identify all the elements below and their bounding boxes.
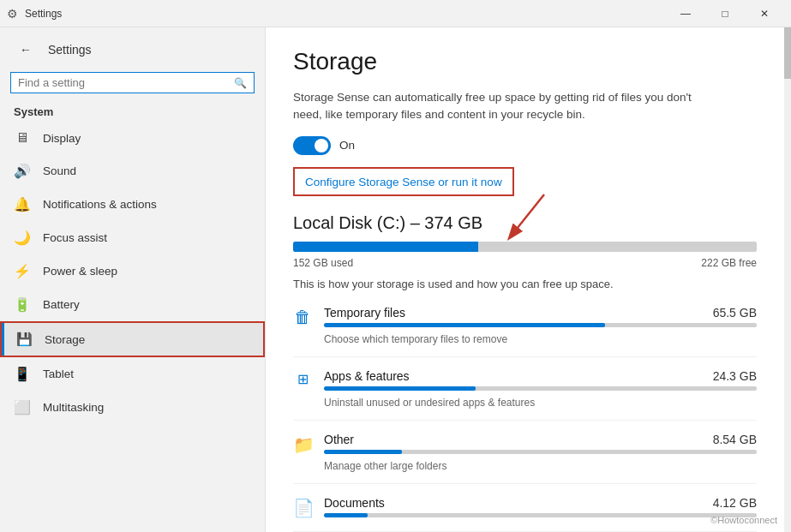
- sidebar-item-display[interactable]: 🖥 Display: [0, 122, 265, 154]
- apps-bar: [324, 386, 757, 391]
- power-icon: ⚡: [14, 263, 31, 279]
- apps-bar-fill: [324, 386, 476, 391]
- watermark: ©Howtoconnect: [710, 515, 777, 525]
- content-area: Storage Storage Sense can automatically …: [266, 27, 784, 532]
- sidebar-item-tablet-label: Tablet: [43, 368, 74, 380]
- multitasking-icon: ⬜: [14, 399, 31, 415]
- sidebar-section-label: System: [0, 100, 265, 122]
- documents-bar: [324, 513, 757, 517]
- sidebar-item-multitasking-label: Multitasking: [43, 401, 104, 414]
- settings-icon: ⚙: [7, 7, 18, 21]
- tablet-icon: 📱: [14, 366, 31, 382]
- storage-item-documents[interactable]: 📄 Documents 4.12 GB: [293, 496, 757, 532]
- sidebar-item-notifications-label: Notifications & actions: [43, 198, 157, 211]
- storage-item-temp[interactable]: 🗑 Temporary files 65.5 GB Choose which t…: [293, 306, 757, 357]
- titlebar-controls: — □ ✕: [666, 0, 784, 27]
- focus-icon: 🌙: [14, 230, 31, 246]
- documents-size: 4.12 GB: [713, 496, 757, 510]
- toggle-label: On: [339, 139, 355, 152]
- disk-bar-used: [293, 242, 478, 252]
- storage-item-apps[interactable]: ⊞ Apps & features 24.3 GB Uninstall unus…: [293, 369, 757, 421]
- titlebar-title: Settings: [25, 8, 62, 20]
- other-bar-fill: [324, 450, 402, 454]
- disk-free-label: 222 GB free: [701, 257, 757, 269]
- minimize-button[interactable]: —: [666, 0, 705, 27]
- sidebar-item-storage-label: Storage: [45, 333, 85, 346]
- sidebar-item-sound[interactable]: 🔊 Sound: [0, 154, 265, 188]
- temp-icon: 🗑: [293, 308, 312, 327]
- disk-bar: [293, 242, 757, 252]
- sidebar-app-title: Settings: [48, 43, 92, 57]
- close-button[interactable]: ✕: [745, 0, 784, 27]
- apps-size: 24.3 GB: [713, 369, 757, 383]
- search-icon: 🔍: [234, 77, 247, 89]
- titlebar: ⚙ Settings — □ ✕: [0, 0, 791, 27]
- disk-bar-labels: 152 GB used 222 GB free: [293, 257, 757, 269]
- storage-sense-toggle[interactable]: [293, 136, 331, 155]
- other-content: Other 8.54 GB Manage other large folders: [324, 433, 757, 473]
- back-button[interactable]: ←: [14, 38, 38, 62]
- sidebar-header: ← Settings: [0, 27, 265, 69]
- other-size: 8.54 GB: [713, 433, 757, 446]
- display-icon: 🖥: [14, 130, 31, 146]
- temp-size: 65.5 GB: [713, 306, 757, 320]
- disk-title: Local Disk (C:) – 374 GB: [293, 213, 757, 233]
- sidebar-item-power-label: Power & sleep: [43, 265, 117, 278]
- scrollbar-thumb[interactable]: [784, 27, 791, 79]
- titlebar-left: ⚙ Settings: [7, 7, 62, 21]
- storage-icon: 💾: [15, 332, 33, 347]
- configure-link-box: Configure Storage Sense or run it now: [293, 167, 514, 196]
- documents-content: Documents 4.12 GB: [324, 496, 757, 521]
- sidebar-item-battery[interactable]: 🔋 Battery: [0, 288, 265, 321]
- other-desc: Manage other large folders: [324, 460, 446, 472]
- scrollbar-track[interactable]: [784, 27, 791, 532]
- sidebar-item-notifications[interactable]: 🔔 Notifications & actions: [0, 188, 265, 221]
- disk-description: This is how your storage is used and how…: [293, 278, 757, 290]
- apps-name: Apps & features: [324, 369, 410, 383]
- documents-icon: 📄: [293, 498, 312, 518]
- other-name: Other: [324, 433, 354, 446]
- sound-icon: 🔊: [14, 163, 31, 179]
- battery-icon: 🔋: [14, 296, 31, 313]
- sidebar-item-focus[interactable]: 🌙 Focus assist: [0, 221, 265, 254]
- apps-desc: Uninstall unused or undesired apps & fea…: [324, 397, 535, 409]
- sidebar-item-focus-label: Focus assist: [43, 231, 107, 244]
- sidebar-item-sound-label: Sound: [43, 164, 76, 177]
- sidebar-item-multitasking[interactable]: ⬜ Multitasking: [0, 391, 265, 424]
- temp-name: Temporary files: [324, 306, 405, 320]
- temp-content: Temporary files 65.5 GB Choose which tem…: [324, 306, 757, 346]
- storage-description: Storage Sense can automatically free up …: [293, 89, 722, 124]
- documents-bar-fill: [324, 513, 368, 517]
- disk-used-label: 152 GB used: [293, 257, 353, 269]
- app-body: ← Settings 🔍 System 🖥 Display 🔊 Sound 🔔 …: [0, 27, 791, 532]
- sidebar-item-tablet[interactable]: 📱 Tablet: [0, 357, 265, 391]
- other-icon: 📁: [293, 434, 312, 455]
- configure-link[interactable]: Configure Storage Sense or run it now: [305, 176, 502, 188]
- documents-header: Documents 4.12 GB: [324, 496, 757, 510]
- sidebar: ← Settings 🔍 System 🖥 Display 🔊 Sound 🔔 …: [0, 27, 266, 532]
- notifications-icon: 🔔: [14, 196, 31, 212]
- temp-bar: [324, 323, 757, 327]
- storage-item-other[interactable]: 📁 Other 8.54 GB Manage other large folde…: [293, 433, 757, 484]
- sidebar-item-display-label: Display: [43, 132, 81, 145]
- toggle-row: On: [293, 136, 757, 155]
- apps-content: Apps & features 24.3 GB Uninstall unused…: [324, 369, 757, 409]
- other-header: Other 8.54 GB: [324, 433, 757, 446]
- page-title: Storage: [293, 48, 757, 75]
- search-box[interactable]: 🔍: [10, 72, 255, 93]
- temp-desc: Choose which temporary files to remove: [324, 333, 507, 345]
- other-bar: [324, 450, 757, 454]
- maximize-button[interactable]: □: [705, 0, 745, 27]
- sidebar-item-storage[interactable]: 💾 Storage: [0, 321, 265, 357]
- temp-bar-fill: [324, 323, 605, 327]
- apps-icon: ⊞: [293, 371, 312, 387]
- apps-header: Apps & features 24.3 GB: [324, 369, 757, 383]
- sidebar-item-power[interactable]: ⚡ Power & sleep: [0, 254, 265, 288]
- sidebar-item-battery-label: Battery: [43, 298, 80, 311]
- documents-name: Documents: [324, 496, 385, 510]
- sidebar-nav: 🖥 Display 🔊 Sound 🔔 Notifications & acti…: [0, 122, 265, 532]
- temp-header: Temporary files 65.5 GB: [324, 306, 757, 320]
- search-input[interactable]: [18, 76, 229, 89]
